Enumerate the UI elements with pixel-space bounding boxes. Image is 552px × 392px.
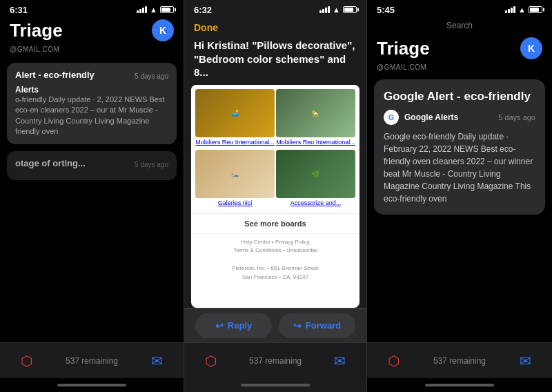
middle-battery-icon [343, 6, 357, 13]
right-app-title: Triage [377, 38, 430, 59]
pinterest-footer: Help Center • Privacy Policy Terms & Con… [191, 234, 359, 286]
forward-icon: ↪ [293, 320, 302, 331]
search-placeholder: Search [446, 21, 473, 30]
card-sender-1: Alerts [15, 85, 168, 95]
middle-status-icons: ▲ [319, 6, 357, 14]
middle-inbox-icon[interactable]: ✉ [334, 353, 346, 369]
left-bottom-bar: ⬡ 537 remaining ✉ [0, 342, 184, 378]
middle-email-subject: Hi Kristina! "Pillows decorative", "Bedr… [184, 36, 366, 85]
right-home-indicator [367, 378, 552, 392]
left-app-header: Triage K [0, 17, 184, 46]
right-status-icons: ▲ [505, 6, 542, 14]
right-avatar[interactable]: K [520, 37, 542, 59]
pin-image-3: 🛏️ [195, 150, 275, 198]
card-subject-1: Alert - eco-friendly [15, 70, 95, 80]
pin-label-3[interactable]: Galeries nici [195, 199, 275, 206]
card-subject-2: otage of orting... [15, 158, 86, 168]
left-status-bar: 6:31 ▲ [0, 0, 184, 17]
forward-label: Forward [306, 320, 341, 331]
middle-nav-done: Done [184, 17, 366, 36]
battery-icon [160, 6, 174, 13]
pin-section-3: 🛏️ Galeries nici [195, 150, 275, 209]
left-archive-icon[interactable]: ⬡ [21, 353, 32, 369]
left-status-icons: ▲ [137, 6, 174, 14]
right-panel: 5:45 ▲ Search Triage K @GMAIL.COM Google… [367, 0, 552, 392]
expanded-card-title: Google Alert - eco-friendly [384, 89, 535, 104]
right-signal-icon [505, 6, 515, 13]
expanded-sender-row: G Google Alerts 5 days ago [384, 110, 535, 125]
pin-section-2: 🏡 Mobiliers Reu International... [276, 89, 355, 148]
right-inbox-icon[interactable]: ✉ [520, 353, 531, 369]
left-card-area: Alert - eco-friendly 5 days ago Alerts o… [0, 57, 184, 342]
right-status-bar: 5:45 ▲ [367, 0, 552, 17]
reply-label: Reply [228, 320, 252, 331]
expanded-email-time: 5 days ago [498, 113, 535, 121]
right-bottom-bar: ⬡ 537 remaining ✉ [367, 342, 552, 378]
middle-status-bar: 6:32 ▲ [184, 0, 366, 17]
left-inbox-icon[interactable]: ✉ [151, 353, 163, 369]
middle-archive-icon[interactable]: ⬡ [205, 353, 217, 369]
middle-action-bar: ↩ Reply ↪ Forward [184, 308, 366, 342]
pinterest-email-content: 🛋️ Mobiliers Reu International... 🏡 Mobi… [191, 85, 359, 308]
left-home-indicator [0, 378, 184, 392]
right-app-header: Triage K [367, 35, 552, 63]
footer-address-1: Pinterest, Inc. • 651 Brennan Street [195, 264, 355, 273]
card-front-1[interactable]: Alert - eco-friendly 5 days ago Alerts o… [7, 63, 177, 144]
expanded-sender-name: Google Alerts [404, 112, 458, 122]
middle-panel: 6:32 ▲ Done Hi Kristina! "Pillows decora… [184, 0, 367, 392]
right-search-bar[interactable]: Search [367, 17, 552, 35]
right-archive-icon[interactable]: ⬡ [388, 353, 400, 369]
right-battery-icon [529, 6, 542, 13]
done-button[interactable]: Done [194, 22, 218, 33]
middle-home-indicator [184, 378, 366, 392]
pin-image-2: 🏡 [276, 89, 355, 137]
right-wifi-icon: ▲ [518, 6, 526, 14]
card-preview-1: o-friendly Daily update · 2, 2022 NEWS B… [15, 95, 168, 137]
reply-icon: ↩ [215, 320, 224, 331]
left-card-stack-1[interactable]: Alert - eco-friendly 5 days ago Alerts o… [7, 63, 177, 146]
pin-label-4[interactable]: Accessorize and... [276, 199, 355, 206]
pin-section-1: 🛋️ Mobiliers Reu International... [195, 89, 275, 148]
middle-remaining: 537 remaining [249, 356, 302, 366]
google-alerts-icon: G [384, 110, 399, 125]
card-header-1: Alert - eco-friendly 5 days ago [15, 70, 168, 82]
expanded-email-card[interactable]: Google Alert - eco-friendly G Google Ale… [374, 79, 545, 215]
right-gmail-label: @GMAIL.COM [367, 63, 552, 75]
left-panel: 6:31 ▲ Triage K @GMAIL.COM Aler [0, 0, 184, 392]
middle-signal-icon [319, 6, 330, 13]
expanded-email-body: Google eco-friendly Daily update · Febru… [384, 130, 535, 205]
card-time-2: 5 days ago [135, 161, 168, 168]
left-gmail-label: @GMAIL.COM [0, 46, 184, 57]
middle-bottom-bar: ⬡ 537 remaining ✉ [184, 342, 366, 378]
pin-label-1[interactable]: Mobiliers Reu International... [195, 139, 275, 146]
right-time: 5:45 [377, 5, 395, 15]
left-remaining: 537 remaining [66, 356, 118, 366]
left-avatar[interactable]: K [152, 19, 174, 41]
footer-address-2: San Francisco • CA, 94107 [195, 273, 355, 282]
pin-image-1: 🛋️ [195, 89, 275, 137]
forward-button[interactable]: ↪ Forward [279, 313, 355, 338]
pin-label-2[interactable]: Mobiliers Reu International... [276, 139, 355, 146]
left-app-title: Triage [10, 20, 63, 41]
right-remaining: 537 remaining [433, 356, 486, 366]
pin-section-4: 🌿 Accessorize and... [276, 150, 355, 209]
footer-terms-row: Terms & Conditions • Unsubscribe [195, 246, 355, 255]
left-card-2[interactable]: otage of orting... 5 days ago [7, 151, 177, 180]
pin-image-4: 🌿 [276, 150, 355, 198]
signal-icon [137, 6, 147, 13]
reply-button[interactable]: ↩ Reply [195, 313, 272, 338]
left-time: 6:31 [10, 5, 28, 15]
middle-time: 6:32 [194, 5, 212, 15]
wifi-icon: ▲ [150, 6, 157, 14]
card-header-2: otage of orting... 5 days ago [15, 158, 168, 170]
see-more-boards-button[interactable]: See more boards [191, 213, 359, 234]
card-time-1: 5 days ago [135, 72, 168, 80]
footer-links-row: Help Center • Privacy Policy [195, 238, 355, 247]
pinterest-grid: 🛋️ Mobiliers Reu International... 🏡 Mobi… [191, 85, 359, 213]
middle-wifi-icon: ▲ [333, 6, 340, 14]
